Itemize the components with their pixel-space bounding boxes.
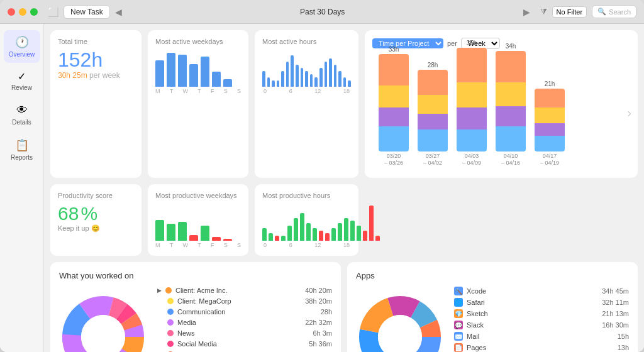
new-task-button[interactable]: New Task (64, 5, 110, 19)
close-button[interactable] (8, 8, 15, 16)
item-name: News (177, 329, 309, 337)
review-icon: ✓ (18, 70, 26, 82)
worked-on-title: What you worked on (59, 271, 332, 280)
bar (301, 68, 304, 87)
bar (167, 53, 175, 87)
bar-segment (379, 126, 409, 151)
bar-segment (457, 129, 487, 151)
chart-nav-right-icon[interactable]: › (627, 105, 631, 119)
nav-forward-button[interactable]: ▶ (523, 7, 530, 17)
traffic-lights (8, 8, 38, 16)
item-time: 40h 20m (305, 287, 332, 294)
sidebar-toggle-icon[interactable]: ⬜ (48, 7, 58, 17)
sidebar-item-reports[interactable]: 📋 Reports (4, 133, 40, 166)
apps-list: 🔨Xcode34h 45m🌐Safari32h 11m💎Sketch21h 13… (454, 287, 629, 352)
sidebar-reports-label: Reports (11, 154, 33, 161)
item-color-dot (167, 309, 174, 315)
list-item: 💬Slack16h 30m (454, 321, 629, 329)
sidebar-details-label: Details (12, 119, 31, 126)
reports-icon: 📋 (15, 138, 29, 152)
productivity-title: Productivity score (58, 192, 134, 199)
bar-segment (418, 129, 448, 151)
app-icon: ✉️ (454, 332, 463, 341)
bar (275, 236, 279, 241)
list-item: ✉️Mail15h (454, 332, 629, 341)
app-time: 32h 11m (602, 299, 629, 306)
item-time: 5h 36m (309, 340, 332, 348)
bar (338, 71, 341, 87)
bar (277, 80, 280, 87)
list-item: Communication28h (157, 308, 332, 316)
active-hours-labels: 061218 (262, 88, 351, 94)
active-hours-chart (262, 49, 351, 87)
most-productive-weekdays-card: Most productive weekdays MTWTFSS (148, 184, 248, 256)
apps-card: Apps (347, 262, 638, 352)
bar-segment (457, 107, 487, 129)
app-time: 13h (618, 344, 629, 351)
bar (319, 231, 323, 241)
productive-hours-chart (262, 203, 351, 241)
productive-weekdays-chart (155, 203, 241, 241)
most-active-weekdays-title: Most active weekdays (155, 38, 241, 45)
app-icon: 📄 (454, 343, 463, 352)
total-time-sub: 30h 25m per week (58, 71, 134, 80)
search-box[interactable]: 🔍 Search (592, 5, 636, 18)
second-row: Productivity score 68 % Keep it up 😊 Mos… (50, 184, 638, 256)
productivity-unit: % (80, 203, 97, 224)
item-time: 6h 3m (313, 329, 332, 337)
bar (212, 72, 221, 87)
bar (189, 235, 198, 241)
sidebar-item-details[interactable]: 👁 Details (4, 99, 40, 131)
app-icon: 💎 (454, 309, 463, 318)
total-time-card: Total time 152h 30h 25m per week (50, 30, 142, 178)
bar-label: 04/03 – 04/09 (462, 153, 481, 167)
bar (329, 58, 332, 87)
bar (269, 233, 273, 241)
bar (167, 224, 175, 241)
apps-donut (356, 287, 444, 352)
bar (300, 213, 304, 241)
nav-back-button[interactable]: ◀ (115, 7, 122, 17)
app-icon: 💬 (454, 321, 463, 329)
bar (212, 237, 221, 241)
expand-icon[interactable]: ▶ (157, 287, 162, 294)
bar-segment (496, 126, 526, 151)
bar-value: 21h (545, 80, 555, 87)
no-filter-badge[interactable]: No Filter (552, 6, 587, 18)
bar-segment (457, 48, 487, 82)
total-time-title: Total time (58, 38, 134, 45)
bar (155, 220, 164, 241)
fullscreen-button[interactable] (30, 8, 38, 16)
item-name: Client: Acme Inc. (175, 287, 301, 294)
total-time-value: 152h (58, 49, 134, 71)
item-name: Social Media (177, 340, 305, 348)
app-name: Xcode (467, 287, 598, 295)
bar (313, 228, 317, 241)
bar-group: 34h04/10 – 04/16 (496, 43, 526, 167)
list-item: Social Media5h 36m (157, 340, 332, 348)
bar (350, 221, 355, 241)
bar (305, 71, 308, 87)
bar (201, 226, 209, 241)
bar-segment (496, 51, 526, 82)
time-per-project-card: Time per Project per Week 33h03/20 – 03/… (365, 30, 638, 178)
titlebar: ⬜ New Task ◀ Past 30 Days ▶ ⧩ No Filter … (0, 0, 644, 24)
minimize-button[interactable] (19, 8, 26, 16)
bar-group: 35h04/03 – 04/09 (457, 40, 487, 167)
sidebar-item-overview[interactable]: 🕐 Overview (4, 30, 40, 63)
item-color-dot (165, 287, 172, 294)
stacked-bar (457, 48, 487, 151)
list-item: Media22h 32m (157, 319, 332, 326)
stacked-chart-container: 33h03/20 – 03/2628h03/27 – 04/0235h04/03… (372, 54, 630, 170)
sidebar-item-review[interactable]: ✓ Review (4, 65, 40, 96)
item-color-dot (167, 319, 174, 326)
app-name: Pages (467, 344, 614, 351)
bar-segment (496, 82, 526, 106)
bar (223, 79, 232, 87)
bar (325, 233, 330, 241)
bar (319, 68, 323, 87)
search-icon: 🔍 (597, 8, 606, 16)
bar (281, 71, 284, 87)
app-icon: 🌐 (454, 298, 463, 307)
list-item: 🔨Xcode34h 45m (454, 287, 629, 295)
